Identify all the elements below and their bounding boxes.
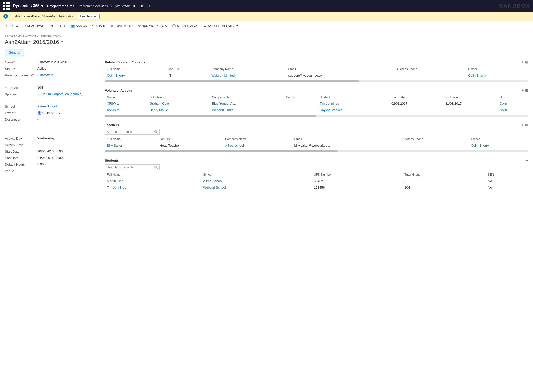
sc-email: support@webcurl.co.uk <box>286 72 394 79</box>
volunteer-activity-header: Volunteer Activity + ⊞ <box>105 88 528 92</box>
table-row: Martin King A free School 654321 9 No <box>105 178 528 184</box>
s-sen-2: No <box>486 184 528 191</box>
col-s-upn: UPN Number <box>312 172 402 178</box>
sponsor-value[interactable]: A. Datum Corporation (sample) <box>37 92 82 96</box>
nav-module[interactable]: Programmes ▾ <box>47 4 72 8</box>
s-school-2[interactable]: Webcurl School <box>201 184 312 191</box>
va-student-2[interactable]: Hayley Brookes <box>318 107 389 113</box>
owner-link[interactable]: Colin Sherry <box>42 111 60 115</box>
t-full-name-1[interactable]: Billy Salter <box>105 142 158 149</box>
breadcrumb-record[interactable]: Aim2Attain 2015/2016 <box>115 4 147 8</box>
more-button[interactable]: ··· <box>240 23 248 29</box>
word-templates-button[interactable]: W WORD TEMPLATES ▾ <box>201 23 240 29</box>
va-owner-1[interactable]: Colin <box>498 100 528 107</box>
brand-label[interactable]: Dynamics 365 ▾ <box>13 4 43 8</box>
students-search-box[interactable]: 🔍 <box>105 164 160 170</box>
va-volunteer-1[interactable]: Graham Cole <box>148 100 210 107</box>
sc-business-phone <box>394 72 466 79</box>
enable-now-button[interactable]: Enable Now <box>77 14 100 19</box>
sponsor-contacts-title: Related Sponsor Contacts <box>105 60 145 64</box>
field-school: School A free School <box>5 104 100 108</box>
end-date-label: End Date <box>5 156 37 160</box>
name-value: Aim2Attain 2015/2016 <box>37 60 69 64</box>
students-search-input[interactable] <box>107 165 154 169</box>
col-job-title: Job Title <box>167 66 210 72</box>
teachers-title: Teachers <box>105 123 119 127</box>
email-link-button[interactable]: ✉ EMAIL A LINK <box>108 23 136 29</box>
dialog-icon: 💬 <box>172 24 176 28</box>
school-value[interactable]: A free School <box>37 104 57 108</box>
teachers-grid-icon[interactable]: ⊞ <box>525 123 528 127</box>
teachers-body: Billy Salter Head Teacher A free school … <box>105 142 528 149</box>
t-owner-1[interactable]: Colin Sherry <box>469 142 528 149</box>
volunteer-add-icon[interactable]: + <box>522 88 524 92</box>
new-button[interactable]: ＋ + NEW <box>2 22 21 29</box>
trash-icon: 🗑 <box>50 24 53 28</box>
sponsor-contacts-scrollbar[interactable] <box>105 80 528 82</box>
field-year-group: Year Group 10G <box>5 86 100 90</box>
teachers-add-icon[interactable]: + <box>522 123 524 127</box>
volunteer-grid-icon[interactable]: ⊞ <box>525 88 528 92</box>
va-company-2[interactable]: Webcurl Limite.. <box>210 107 284 113</box>
s-full-name-1[interactable]: Martin King <box>105 178 201 184</box>
delete-button[interactable]: 🗑 DELETE <box>48 23 69 29</box>
venue-value: -- <box>37 169 40 173</box>
share-button[interactable]: ↪ SHARE <box>90 23 108 29</box>
waffle-icon[interactable] <box>3 2 11 10</box>
students-actions: + <box>526 158 528 162</box>
students-table: Full Name ↑ School UPN Number Tutor Grou… <box>105 172 528 191</box>
s-school-1[interactable]: A free School <box>201 178 312 184</box>
col-t-full-name: Full Name ↑ <box>105 136 158 142</box>
teachers-table: Full Name ↑ Job Title Company Name Email… <box>105 136 528 149</box>
col-t-owner: Owner <box>469 136 528 142</box>
breadcrumb-programmes[interactable]: Programme Activities <box>77 4 108 8</box>
school-label: School <box>5 104 37 108</box>
word-icon: W <box>204 24 206 28</box>
volunteer-scrollbar[interactable] <box>105 115 528 117</box>
students-add-icon[interactable]: + <box>526 158 528 162</box>
va-owner-2[interactable]: Colin <box>498 107 528 113</box>
start-dialog-button[interactable]: 💬 START DIALOG <box>170 23 201 29</box>
parent-programme-value[interactable]: Aim2Attain <box>37 73 53 77</box>
col-va-name: Name <box>105 94 148 100</box>
sc-job-title: IT <box>167 72 210 79</box>
page-title: Aim2Attain 2015/2016 <box>5 39 59 45</box>
va-name-1[interactable]: X5SW-1 <box>105 100 148 107</box>
deactivate-button[interactable]: ⊘ DEACTIVATE <box>21 23 48 29</box>
va-student-1[interactable]: Tim Jennings <box>318 100 389 107</box>
t-company-1[interactable]: A free school <box>223 142 292 149</box>
va-start-2 <box>389 107 443 113</box>
sc-owner[interactable]: Colin Sherry <box>466 72 528 79</box>
t-email-1: billy.salter@webcurl.co... <box>292 142 400 149</box>
record-menu-icon[interactable]: ≡ <box>61 40 63 44</box>
sponsor-add-icon[interactable]: + <box>522 60 524 64</box>
t-business-phone-1 <box>400 142 469 149</box>
col-s-tutor-group: Tutor Group <box>402 172 486 178</box>
tab-general[interactable]: General <box>5 49 24 56</box>
va-company-1[interactable]: Blue Yonder Ai... <box>210 100 284 107</box>
va-volunteer-2[interactable]: Henry Moule <box>148 107 210 113</box>
field-end-date: End Date 24/04/2016 08:00 <box>5 156 100 160</box>
assign-button[interactable]: 👥 ASSIGN <box>69 23 90 29</box>
col-business-phone: Business Phone <box>394 66 466 72</box>
activity-day-value: Wednesday <box>37 136 54 140</box>
va-name-2[interactable]: X5SW-2 <box>105 107 148 113</box>
teachers-search-box[interactable]: 🔍 <box>105 129 160 135</box>
col-va-company: Company Na.. <box>210 94 284 100</box>
sc-company-name[interactable]: Webcurl Limited <box>209 72 286 79</box>
sponsor-grid-icon[interactable]: ⊞ <box>525 60 528 64</box>
teachers-search-input[interactable] <box>107 130 154 134</box>
teachers-scrollbar[interactable] <box>105 150 528 152</box>
volunteer-activity-actions: + ⊞ <box>522 88 528 92</box>
col-company-name: Company Name <box>209 66 286 72</box>
t-job-title-1: Head Teacher <box>158 142 223 149</box>
form-right: Related Sponsor Contacts + ⊞ Full Name ↑… <box>105 60 528 197</box>
table-row: X5SW-2 Henry Moule Webcurl Limite.. Hayl… <box>105 107 528 113</box>
col-owner: Owner <box>466 66 528 72</box>
field-venue: Venue -- <box>5 169 100 173</box>
s-full-name-2[interactable]: Tim Jennings <box>105 184 201 191</box>
sc-full-name[interactable]: Colin Sherry <box>105 72 167 79</box>
run-workflow-button[interactable]: ⚙ RUN WORKFLOW <box>136 23 170 29</box>
sort-icon: ↑ <box>121 174 123 176</box>
col-t-job-title: Job Title <box>158 136 223 142</box>
